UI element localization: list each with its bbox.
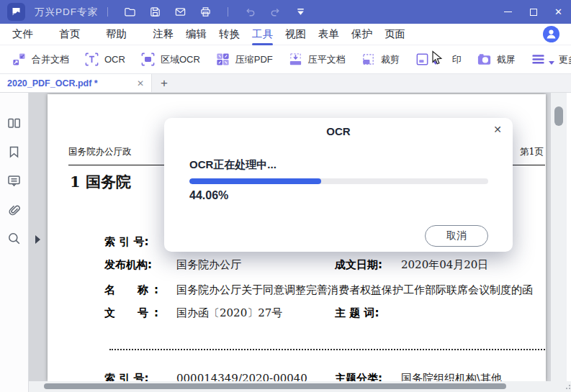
ocr-button[interactable]: OCR <box>84 52 125 67</box>
menu-edit[interactable]: 编辑 <box>185 25 207 43</box>
hamburger-icon <box>531 52 546 67</box>
menu-convert[interactable]: 转换 <box>218 25 240 43</box>
mouse-cursor <box>431 50 444 65</box>
doc-running-header: 国务院办公厅政 <box>68 146 132 158</box>
crop-label: 裁剪 <box>381 53 400 66</box>
dialog-close-icon[interactable]: ✕ <box>493 124 502 135</box>
area-ocr-icon <box>140 52 156 67</box>
email-icon[interactable] <box>174 6 186 18</box>
menu-home[interactable]: 首页 <box>58 25 81 43</box>
flatten-icon <box>288 52 303 67</box>
doc-heading: 1 国务院 <box>70 172 131 192</box>
sidebar-expand-handle[interactable] <box>35 235 40 244</box>
area-ocr-label: 区域OCR <box>161 53 200 66</box>
doc-index2-value: 000014349/2020-00040 <box>176 372 307 381</box>
doc-publisher-label: 发布机构: <box>104 258 152 272</box>
save-icon[interactable] <box>149 6 161 18</box>
merge-label: 合并文档 <box>32 53 69 66</box>
progress-bar <box>189 178 488 184</box>
doc-date-label: 成文日期: <box>335 258 382 272</box>
flatten-label: 压平文档 <box>308 53 346 66</box>
merge-documents-button[interactable]: 合并文档 <box>12 52 69 67</box>
screenshot-label: 截屏 <box>497 53 516 66</box>
search-icon[interactable] <box>6 231 22 246</box>
flatten-document-button[interactable]: 压平文档 <box>288 52 346 67</box>
doc-page-number: 第1页 <box>520 146 544 158</box>
titlebar: 万兴PDF专家 ✕ <box>0 0 571 24</box>
menu-view[interactable]: 视图 <box>284 25 307 43</box>
user-avatar[interactable] <box>543 26 559 42</box>
stamp-label: 印 <box>452 53 462 66</box>
merge-icon <box>12 52 27 67</box>
app-window: 万兴PDF专家 ✕ 文件 首页 帮助 <box>0 0 571 392</box>
doc-name-label: 名 称: <box>104 283 164 297</box>
camera-icon <box>477 52 492 67</box>
open-folder-icon[interactable] <box>124 6 136 18</box>
customize-toolbar-icon[interactable] <box>295 6 307 18</box>
minimize-button[interactable] <box>495 0 521 24</box>
attachments-icon[interactable] <box>6 202 22 217</box>
tabbar: 2020_PDF_OCR.pdf * ✕ + <box>0 74 571 93</box>
doc-number-label: 文 号: <box>104 306 164 320</box>
area-ocr-button[interactable]: 区域OCR <box>140 52 200 67</box>
tab-close-icon[interactable]: ✕ <box>137 78 144 88</box>
ocr-status-text: OCR正在处理中... <box>189 158 276 172</box>
ocr-dialog: OCR ✕ OCR正在处理中... 44.06% 取消 <box>164 118 513 252</box>
doc-subject-label: 主 题 词: <box>335 306 379 320</box>
ocr-label: OCR <box>104 54 125 65</box>
vertical-scrollbar[interactable] <box>551 93 567 381</box>
resize-grip[interactable] <box>566 385 570 389</box>
doc-category-value: 国务院组织机构\其他 <box>401 372 502 381</box>
print-icon[interactable] <box>199 6 212 18</box>
doc-name-value: 国务院办公厅关于同意调整完善消费者权益保护工作部际联席会议制度的函 <box>176 283 533 297</box>
comments-icon[interactable] <box>6 173 22 188</box>
titlebar-separator <box>228 7 228 17</box>
menu-file[interactable]: 文件 <box>12 25 34 43</box>
doc-publisher-value: 国务院办公厅 <box>176 258 241 272</box>
more-dropdown-caret[interactable] <box>549 61 554 65</box>
doc-date-value: 2020年04月20日 <box>401 258 488 272</box>
doc-number-value: 国办函〔2020〕27号 <box>176 306 282 320</box>
window-controls: ✕ <box>495 0 571 24</box>
ocr-icon <box>84 52 99 67</box>
crop-button[interactable]: 裁剪 <box>361 52 400 67</box>
cancel-button[interactable]: 取消 <box>425 225 488 247</box>
menu-form[interactable]: 表单 <box>318 25 340 43</box>
right-gutter <box>567 93 571 392</box>
compress-label: 压缩PDF <box>235 53 273 66</box>
stamp-icon <box>415 52 430 67</box>
more-tools-button[interactable]: 更多 › <box>531 52 571 67</box>
more-label: 更多 <box>559 53 571 66</box>
menu-page[interactable]: 页面 <box>384 25 406 43</box>
horizontal-scrollbar-thumb[interactable] <box>44 383 506 389</box>
undo-icon[interactable] <box>244 6 256 18</box>
app-title: 万兴PDF专家 <box>35 6 98 19</box>
menu-tools[interactable]: 工具 <box>251 25 274 43</box>
doc-index2-label: 索 引 号: <box>104 372 148 381</box>
compress-pdf-button[interactable]: 压缩PDF <box>215 52 273 67</box>
tab-title: 2020_PDF_OCR.pdf * <box>7 78 132 88</box>
titlebar-separator <box>107 7 108 17</box>
thumbnails-icon[interactable] <box>6 116 22 131</box>
progress-percent: 44.06% <box>189 189 228 202</box>
menu-protect[interactable]: 保护 <box>351 25 373 43</box>
vertical-scrollbar-thumb[interactable] <box>554 106 563 126</box>
screenshot-button[interactable]: 截屏 <box>477 52 516 67</box>
doc-dotted-divider <box>109 349 545 350</box>
dialog-title: OCR <box>164 125 513 137</box>
menu-help[interactable]: 帮助 <box>105 25 127 43</box>
redo-icon[interactable] <box>269 6 282 18</box>
doc-index-label: 索 引 号: <box>104 235 148 249</box>
crop-icon <box>361 52 376 67</box>
close-button[interactable]: ✕ <box>546 0 571 24</box>
doc-category-label: 主题分类: <box>335 372 382 381</box>
compress-icon <box>215 52 230 67</box>
maximize-button[interactable] <box>521 0 546 24</box>
menu-comment[interactable]: 注释 <box>152 25 174 43</box>
new-tab-button[interactable]: + <box>152 74 176 92</box>
horizontal-scrollbar[interactable] <box>29 381 571 392</box>
menubar: 文件 首页 帮助 注释 编辑 转换 工具 视图 表单 保护 页面 <box>0 24 571 45</box>
bookmarks-icon[interactable] <box>6 145 22 160</box>
left-sidebar <box>0 93 29 392</box>
document-tab[interactable]: 2020_PDF_OCR.pdf * ✕ <box>0 74 152 92</box>
